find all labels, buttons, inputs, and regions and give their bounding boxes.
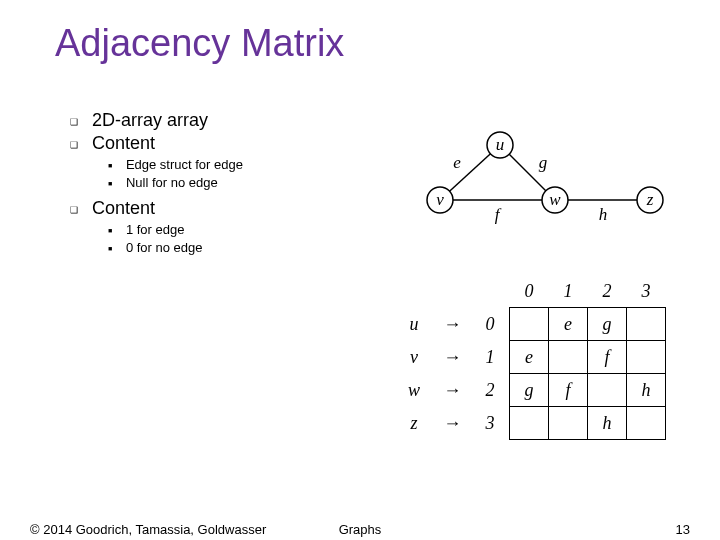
edge-label: g [539, 153, 548, 172]
matrix-cell [549, 407, 588, 440]
arrow-icon: → [433, 374, 471, 407]
col-header: 2 [588, 275, 627, 308]
matrix-cell [549, 341, 588, 374]
slide: Adjacency Matrix ❑ 2D-array array ❑ Cont… [0, 0, 720, 540]
page-number: 13 [676, 522, 690, 537]
row-label: v [395, 341, 433, 374]
matrix-cell: f [549, 374, 588, 407]
row-index: 3 [471, 407, 510, 440]
footer-center-text: Graphs [0, 522, 720, 537]
list-item: ■ Edge struct for edge [108, 156, 243, 172]
matrix-cell [510, 308, 549, 341]
bullet-text: Null for no edge [126, 175, 218, 190]
arrow-icon: → [433, 308, 471, 341]
col-header: 0 [510, 275, 549, 308]
vertex-label: v [436, 190, 444, 209]
table-row: 0 1 2 3 [395, 275, 666, 308]
list-item: ❑ Content [70, 133, 243, 154]
matrix-cell: f [588, 341, 627, 374]
list-item: ■ 0 for no edge [108, 239, 243, 255]
bullet-small-square-icon: ■ [108, 245, 122, 252]
vertex-label: w [549, 190, 561, 209]
bullet-square-icon: ❑ [70, 117, 88, 127]
row-index: 0 [471, 308, 510, 341]
arrow-icon: → [433, 341, 471, 374]
list-item: ❑ Content [70, 198, 243, 219]
list-item: ■ 1 for edge [108, 221, 243, 237]
bullet-list: ❑ 2D-array array ❑ Content ■ Edge struct… [70, 110, 243, 255]
row-index: 1 [471, 341, 510, 374]
bullet-text: 0 for no edge [126, 240, 203, 255]
bullet-text: Edge struct for edge [126, 157, 243, 172]
matrix-cell: e [549, 308, 588, 341]
bullet-text: 1 for edge [126, 222, 185, 237]
col-header: 1 [549, 275, 588, 308]
matrix-cell [510, 407, 549, 440]
arrow-icon: → [433, 407, 471, 440]
matrix-cell [627, 341, 666, 374]
matrix-cell: g [510, 374, 549, 407]
row-label: w [395, 374, 433, 407]
bullet-text: Content [92, 198, 155, 218]
bullet-text: 2D-array array [92, 110, 208, 130]
col-header: 3 [627, 275, 666, 308]
table-row: u → 0 e g [395, 308, 666, 341]
matrix-cell [588, 374, 627, 407]
adjacency-matrix: 0 1 2 3 u → 0 e g v → 1 e f [395, 275, 695, 445]
bullet-small-square-icon: ■ [108, 180, 122, 187]
matrix-table: 0 1 2 3 u → 0 e g v → 1 e f [395, 275, 666, 440]
matrix-cell: e [510, 341, 549, 374]
matrix-cell [627, 407, 666, 440]
row-index: 2 [471, 374, 510, 407]
matrix-cell: h [588, 407, 627, 440]
matrix-cell: g [588, 308, 627, 341]
bullet-square-icon: ❑ [70, 205, 88, 215]
list-item: ■ Null for no edge [108, 174, 243, 190]
bullet-square-icon: ❑ [70, 140, 88, 150]
row-label: z [395, 407, 433, 440]
row-label: u [395, 308, 433, 341]
matrix-cell: h [627, 374, 666, 407]
vertex-label: z [646, 190, 654, 209]
edge-label: e [453, 153, 461, 172]
bullet-small-square-icon: ■ [108, 162, 122, 169]
edge-label: h [599, 205, 608, 224]
graph-figure: u v w z e g f h [395, 120, 685, 230]
list-item: ❑ 2D-array array [70, 110, 243, 131]
bullet-small-square-icon: ■ [108, 227, 122, 234]
matrix-cell [627, 308, 666, 341]
vertex-label: u [496, 135, 505, 154]
table-row: z → 3 h [395, 407, 666, 440]
table-row: v → 1 e f [395, 341, 666, 374]
page-title: Adjacency Matrix [55, 22, 344, 65]
bullet-text: Content [92, 133, 155, 153]
table-row: w → 2 g f h [395, 374, 666, 407]
edge-label: f [495, 205, 502, 224]
